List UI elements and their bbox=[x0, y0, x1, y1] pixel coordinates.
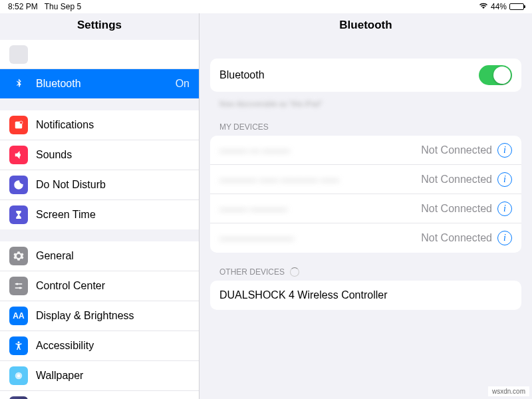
sidebar-item-label: Display & Brightness bbox=[36, 310, 190, 322]
sidebar-item-label: Control Center bbox=[36, 280, 190, 292]
info-icon[interactable]: i bbox=[497, 143, 512, 158]
device-name: DUALSHOCK 4 Wireless Controller bbox=[219, 289, 512, 301]
sidebar-item-display[interactable]: AA Display & Brightness bbox=[0, 301, 199, 331]
info-icon[interactable]: i bbox=[497, 201, 512, 216]
toggle-label: Bluetooth bbox=[219, 69, 479, 81]
gear-icon bbox=[9, 247, 28, 265]
device-status: Not Connected bbox=[421, 232, 492, 244]
sidebar-item-value: On bbox=[176, 78, 190, 90]
device-row[interactable]: ———————— Not Connected i bbox=[210, 223, 521, 253]
controlcenter-icon bbox=[9, 277, 28, 295]
device-status: Not Connected bbox=[421, 144, 492, 156]
device-name: ———— —— ———— —— bbox=[219, 174, 421, 185]
sidebar-item-label: General bbox=[36, 250, 190, 262]
sidebar-item-label: Screen Time bbox=[36, 209, 190, 221]
svg-point-1 bbox=[20, 121, 23, 124]
watermark: wsxdn.com bbox=[488, 386, 529, 396]
sidebar-item-label: Do Not Disturb bbox=[36, 179, 190, 191]
siri-icon bbox=[9, 396, 28, 399]
battery-percent: 44% bbox=[491, 2, 507, 11]
sidebar-item-label: Accessibility bbox=[36, 340, 190, 352]
device-status: Not Connected bbox=[421, 174, 492, 186]
other-devices-header: OTHER DEVICES bbox=[210, 258, 521, 281]
sidebar-item-label: Wallpaper bbox=[36, 370, 190, 382]
svg-rect-3 bbox=[15, 283, 23, 285]
device-row[interactable]: ——— ———— Not Connected i bbox=[210, 194, 521, 223]
bluetooth-icon bbox=[9, 74, 28, 93]
status-bar: 8:52 PM Thu Sep 5 44% bbox=[0, 0, 532, 13]
device-row[interactable]: ———— —— ———— —— Not Connected i bbox=[210, 165, 521, 194]
sidebar-item-screentime[interactable]: Screen Time bbox=[0, 200, 199, 229]
other-devices-list: DUALSHOCK 4 Wireless Controller bbox=[210, 281, 521, 310]
sidebar-item-general[interactable]: General bbox=[0, 241, 199, 271]
device-row[interactable]: ——— — ——— Not Connected i bbox=[210, 136, 521, 165]
status-date: Thu Sep 5 bbox=[45, 2, 81, 11]
wifi-icon bbox=[479, 2, 488, 11]
sidebar-item-controlcenter[interactable]: Control Center bbox=[0, 271, 199, 301]
sidebar-item-dnd[interactable]: Do Not Disturb bbox=[0, 170, 199, 200]
display-icon: AA bbox=[9, 307, 28, 325]
device-name: ——— — ——— bbox=[219, 145, 421, 156]
sidebar-title: Settings bbox=[0, 13, 199, 40]
sidebar-item-notifications[interactable]: Notifications bbox=[0, 110, 199, 140]
sidebar-item-sounds[interactable]: Sounds bbox=[0, 140, 199, 170]
wallpaper-icon bbox=[9, 366, 28, 385]
moon-icon bbox=[9, 176, 28, 194]
discoverable-text: Now discoverable as "this iPad" bbox=[210, 97, 521, 113]
svg-point-8 bbox=[17, 374, 21, 378]
sidebar-item-siri[interactable]: Siri & Search bbox=[0, 391, 199, 399]
info-icon[interactable]: i bbox=[497, 172, 512, 187]
accessibility-icon bbox=[9, 336, 28, 355]
sidebar-item-wallpaper[interactable]: Wallpaper bbox=[0, 361, 199, 391]
my-devices-list: ——— — ——— Not Connected i———— —— ———— ——… bbox=[210, 136, 521, 253]
detail-pane[interactable]: Bluetooth Bluetooth Now discoverable as … bbox=[200, 13, 532, 399]
sidebar-item-bluetooth[interactable]: Bluetooth On bbox=[0, 69, 199, 98]
my-devices-header: MY DEVICES bbox=[210, 113, 521, 136]
bluetooth-toggle-row: Bluetooth bbox=[210, 59, 521, 92]
device-name: ——— ———— bbox=[219, 203, 421, 214]
svg-point-6 bbox=[18, 341, 20, 343]
device-name: ———————— bbox=[219, 233, 421, 243]
hourglass-icon bbox=[9, 205, 28, 224]
sidebar-item-accessibility[interactable]: Accessibility bbox=[0, 331, 199, 361]
device-status: Not Connected bbox=[421, 203, 492, 215]
detail-title: Bluetooth bbox=[210, 13, 521, 40]
bluetooth-toggle[interactable] bbox=[479, 65, 512, 85]
spinner-icon bbox=[290, 267, 299, 277]
sidebar-item-label: Notifications bbox=[36, 119, 190, 131]
sidebar-item-label: Sounds bbox=[36, 149, 190, 161]
sidebar-item-placeholder[interactable] bbox=[0, 40, 199, 69]
status-time: 8:52 PM bbox=[8, 2, 38, 11]
device-row[interactable]: DUALSHOCK 4 Wireless Controller bbox=[210, 281, 521, 310]
svg-rect-5 bbox=[15, 287, 23, 289]
notifications-icon bbox=[9, 116, 28, 134]
info-icon[interactable]: i bbox=[497, 231, 512, 245]
battery-icon bbox=[509, 3, 524, 10]
sidebar-item-label: Bluetooth bbox=[36, 78, 176, 90]
sounds-icon bbox=[9, 146, 28, 164]
settings-sidebar[interactable]: Settings Bluetooth On Notifications bbox=[0, 13, 200, 399]
